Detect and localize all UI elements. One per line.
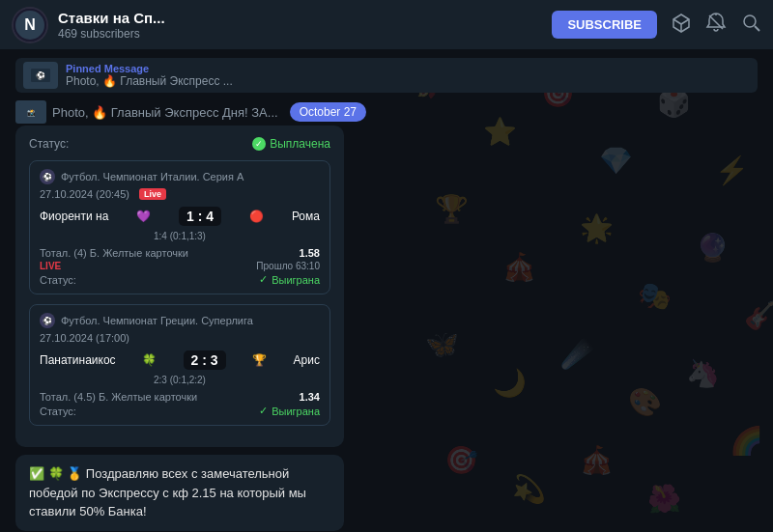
channel-header: N Ставки на Сп... 469 subscribers SUBSCR…	[0, 0, 773, 50]
card-status-label: Статус:	[29, 137, 69, 151]
match1-live-row: LIVE Прошло 63:10	[40, 261, 320, 271]
match1-bet-row: Тотал. (4) Б. Желтые карточки 1.58	[40, 247, 320, 259]
match1-league: ⚽ Футбол. Чемпионат Италии. Серия А	[40, 169, 320, 184]
match1-status-row: Статус: ✓ Выиграна	[40, 273, 320, 286]
match1-status-value: ✓ Выиграна	[259, 273, 320, 286]
broadcast-icon[interactable]	[671, 12, 692, 38]
match2-status-row: Статус: ✓ Выиграна	[40, 405, 320, 417]
match2-status-label: Статус:	[40, 406, 76, 417]
subscriber-count: 469 subscribers	[58, 27, 552, 41]
match2-bet-label: Тотал. (4.5) Б. Желтые карточки	[40, 391, 197, 403]
match1-team1: Фиоренти на	[40, 210, 108, 223]
match1-status-label: Статус:	[40, 274, 76, 286]
pinned-text-area: Pinned Message Photo, 🔥 Главный Экспресс…	[66, 63, 750, 88]
chat-area: ⚽ Pinned Message Photo, 🔥 Главный Экспре…	[0, 50, 773, 532]
match2-datetime-row: 27.10.2024 (17:00)	[40, 332, 320, 344]
check-icon: ✓	[252, 137, 266, 151]
match1-league-name: Футбол. Чемпионат Италии. Серия А	[61, 171, 243, 182]
card-status-row: Статус: ✓ Выплачена	[29, 137, 330, 151]
match1-bet-label: Тотал. (4) Б. Желтые карточки	[40, 247, 188, 259]
photo-message-text: Photo, 🔥 Главный Экспресс Дня! ЗА...	[52, 105, 278, 120]
match1-live-label: LIVE	[40, 261, 61, 271]
match2-score-row: Панатинаикос 🍀 2 : 3 🏆 Арис	[40, 350, 320, 371]
pinned-label: Pinned Message	[66, 63, 750, 74]
svg-line-4	[681, 19, 689, 24]
match2-league: ⚽ Футбол. Чемпионат Греции. Суперлига	[40, 313, 320, 328]
subscribe-button[interactable]: SUBSCRIBE	[552, 11, 657, 39]
search-icon[interactable]	[740, 12, 761, 38]
match1-team2-logo: 🔴	[246, 206, 268, 227]
match2-team2: Арис	[294, 353, 320, 367]
match2-status-value: ✓ Выиграна	[259, 405, 320, 417]
match2-score: 2 : 3	[184, 350, 226, 370]
header-actions: SUBSCRIBE	[552, 11, 761, 39]
svg-line-3	[673, 19, 681, 24]
match2-score-detail: 2:3 (0:1,2:2)	[40, 375, 320, 385]
congrats-text: ✅ 🍀 🥇 Поздравляю всех с замечательной по…	[29, 466, 306, 518]
congrats-message: ✅ 🍀 🥇 Поздравляю всех с замечательной по…	[15, 455, 344, 531]
match1-team1-logo: 💜	[133, 206, 155, 227]
match2-league-name: Футбол. Чемпионат Греции. Суперлига	[61, 315, 253, 326]
channel-name: Ставки на Сп...	[58, 10, 552, 27]
match1-team2: Рома	[292, 210, 320, 223]
main-message-card: Статус: ✓ Выплачена ⚽ Футбол. Чемпионат …	[15, 126, 344, 447]
match2-team1: Панатинаикос	[40, 353, 116, 367]
svg-point-8	[744, 15, 756, 27]
channel-info: Ставки на Сп... 469 subscribers	[58, 10, 552, 41]
match2-check-icon: ✓	[259, 405, 268, 417]
match2-team2-logo: 🏆	[249, 350, 271, 371]
match1-datetime-row: 27.10.2024 (20:45) Live	[40, 188, 320, 200]
match1-score-row: Фиоренти на 💜 1 : 4 🔴 Рома	[40, 206, 320, 227]
match-block-2: ⚽ Футбол. Чемпионат Греции. Суперлига 27…	[29, 304, 330, 426]
svg-text:⚽: ⚽	[36, 70, 45, 80]
match1-score: 1 : 4	[179, 207, 221, 226]
match1-score-detail: 1:4 (0:1,1:3)	[40, 231, 320, 241]
svg-text:N: N	[24, 16, 36, 33]
avatar[interactable]: N	[12, 7, 48, 43]
live-badge-1: Live	[139, 188, 166, 200]
match2-bet-row: Тотал. (4.5) Б. Желтые карточки 1.34	[40, 391, 320, 403]
bell-icon[interactable]	[705, 12, 727, 38]
date-badge: October 27	[290, 102, 366, 122]
league-icon-2: ⚽	[40, 313, 55, 328]
photo-thumbnail-small: 📸	[15, 100, 46, 124]
league-icon-1: ⚽	[40, 169, 55, 184]
match1-check-icon: ✓	[259, 273, 268, 286]
match1-bet-odds: 1.58	[300, 247, 320, 259]
pinned-thumbnail: ⚽	[23, 62, 58, 89]
pinned-content: Photo, 🔥 Главный Экспресс ...	[66, 74, 750, 88]
match2-bet-odds: 1.34	[300, 391, 320, 403]
photo-message-line: 📸 Photo, 🔥 Главный Экспресс Дня! ЗА... O…	[15, 100, 758, 124]
match2-datetime: 27.10.2024 (17:00)	[40, 332, 129, 344]
match2-team1-logo: 🍀	[139, 350, 160, 371]
svg-line-9	[755, 26, 759, 31]
match1-datetime: 27.10.2024 (20:45)	[40, 188, 129, 200]
avatar-inner: N	[14, 9, 46, 42]
match1-live-time: Прошло 63:10	[256, 261, 320, 271]
pinned-message-bar[interactable]: ⚽ Pinned Message Photo, 🔥 Главный Экспре…	[15, 58, 758, 93]
card-status-value: ✓ Выплачена	[252, 137, 330, 151]
match-block-1: ⚽ Футбол. Чемпионат Италии. Серия А 27.1…	[29, 160, 330, 294]
svg-text:📸: 📸	[27, 108, 36, 117]
